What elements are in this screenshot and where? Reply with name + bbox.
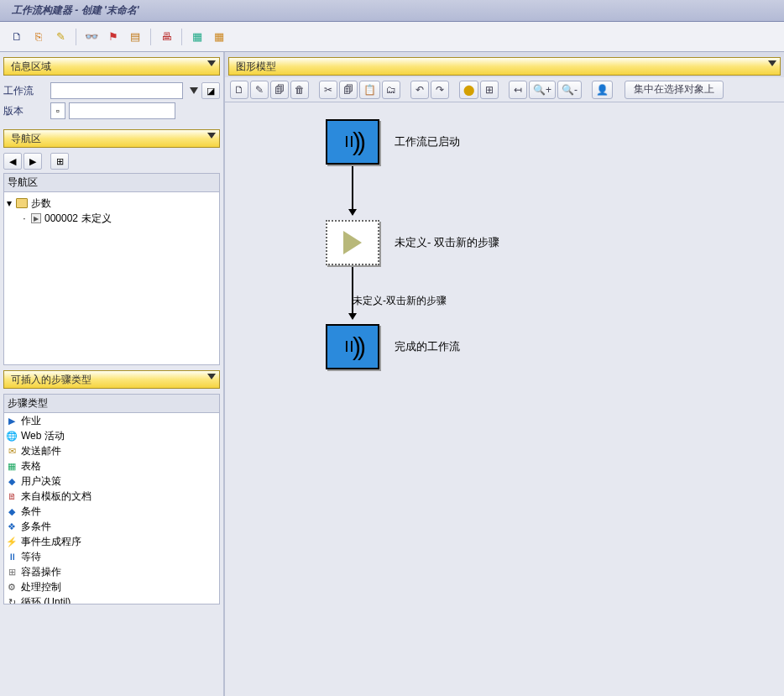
steptype-label: 等待 bbox=[21, 550, 41, 564]
steptype-item[interactable]: ▶作业 bbox=[4, 413, 219, 428]
arrow-down-icon bbox=[352, 267, 353, 319]
nav-panel-title: 导航区 bbox=[11, 132, 41, 146]
tree-root-row[interactable]: ▾ 步数 bbox=[6, 196, 217, 211]
steptype-icon: ◆ bbox=[6, 475, 18, 487]
collapse-icon[interactable] bbox=[768, 60, 776, 66]
steptypes-column-header: 步骤类型 bbox=[3, 394, 220, 413]
wand-icon[interactable]: ✎ bbox=[50, 27, 71, 47]
steptype-item[interactable]: ⚙处理控制 bbox=[4, 579, 219, 594]
steptype-icon: ⊞ bbox=[6, 566, 18, 578]
info-panel-title: 信息区域 bbox=[11, 60, 51, 74]
glasses-icon[interactable]: 👓 bbox=[81, 27, 102, 47]
nav-tree[interactable]: ▾ 步数 · ▶ 000002 未定义 bbox=[3, 192, 220, 365]
new-icon[interactable]: 🗋 bbox=[7, 27, 27, 47]
steptype-label: Web 活动 bbox=[21, 429, 65, 443]
sound-icon: ᱿)) bbox=[342, 332, 363, 361]
steptypes-panel-header[interactable]: 可插入的步骤类型 bbox=[3, 370, 220, 389]
steptype-item[interactable]: 🗎来自模板的文档 bbox=[4, 489, 219, 504]
print-icon[interactable]: 🖶 bbox=[156, 27, 176, 47]
clip-button[interactable]: 🗂 bbox=[382, 81, 400, 99]
steptype-item[interactable]: ❖多条件 bbox=[4, 519, 219, 534]
window-title: 工作流构建器 - 创建 '末命名' bbox=[12, 3, 139, 18]
cut-button[interactable]: ✂ bbox=[319, 81, 337, 99]
steptype-label: 循环 (Until) bbox=[21, 595, 71, 605]
steptypes-list[interactable]: ▶作业🌐Web 活动✉发送邮件▦表格◆用户决策🗎来自模板的文档◆条件❖多条件⚡事… bbox=[3, 413, 220, 604]
steptype-item[interactable]: ⏸等待 bbox=[4, 549, 219, 564]
steptypes-panel-title: 可插入的步骤类型 bbox=[11, 373, 91, 387]
flag-icon[interactable]: ⚑ bbox=[103, 27, 123, 47]
undefined-node[interactable]: 未定义- 双击新的步骤 bbox=[326, 220, 499, 265]
mode-button[interactable]: ⬤ bbox=[459, 81, 478, 99]
paste-button[interactable]: 📋 bbox=[359, 81, 380, 99]
nav-tree-button[interactable]: ⊞ bbox=[50, 153, 69, 170]
workflow-lookup-button[interactable]: ◪ bbox=[201, 82, 220, 99]
layout-button[interactable]: ⊞ bbox=[480, 81, 499, 99]
steptype-label: 发送邮件 bbox=[21, 444, 61, 458]
steptype-item[interactable]: ↻循环 (Until) bbox=[4, 594, 219, 604]
steptype-item[interactable]: 🌐Web 活动 bbox=[4, 428, 219, 443]
nav-back-button[interactable]: ◀ bbox=[3, 153, 22, 170]
steptype-label: 事件生成程序 bbox=[21, 535, 81, 549]
copy-button[interactable]: 🗐 bbox=[339, 81, 358, 99]
tree-caret-icon[interactable]: ▾ bbox=[6, 197, 13, 209]
workflow-input[interactable] bbox=[50, 82, 183, 99]
align-button[interactable]: ↤ bbox=[509, 81, 527, 99]
workflow-canvas[interactable]: ᱿)) 工作流已启动 未定义- 双击新的步骤 未定义-双击新的步骤 ᱿)) 完成… bbox=[225, 102, 784, 696]
version-input[interactable] bbox=[69, 102, 175, 119]
user-button[interactable]: 👤 bbox=[592, 81, 613, 99]
steptype-item[interactable]: ▦表格 bbox=[4, 458, 219, 474]
redo-button[interactable]: ↷ bbox=[431, 81, 449, 99]
steptype-label: 容器操作 bbox=[21, 565, 61, 579]
arrow-down-icon bbox=[352, 166, 353, 215]
props-icon[interactable]: ▤ bbox=[125, 27, 145, 47]
new-node-button[interactable]: 🗋 bbox=[230, 81, 248, 99]
focus-selection-label: 集中在选择对象上 bbox=[634, 82, 714, 97]
start-node-box[interactable]: ᱿)) bbox=[326, 119, 379, 165]
sound-icon: ᱿)) bbox=[342, 128, 363, 156]
zoom-in-button[interactable]: 🔍+ bbox=[529, 81, 556, 99]
nav-panel-header[interactable]: 导航区 bbox=[3, 129, 220, 148]
tree-leaf-text: 未定义 bbox=[81, 212, 112, 226]
grid-icon[interactable]: ▦ bbox=[187, 27, 207, 47]
start-node[interactable]: ᱿)) 工作流已启动 bbox=[326, 119, 460, 165]
steptype-label: 用户决策 bbox=[21, 474, 61, 489]
step-icon: ▶ bbox=[31, 213, 41, 223]
info-panel-header[interactable]: 信息区域 bbox=[3, 57, 220, 76]
collapse-icon[interactable] bbox=[207, 374, 216, 379]
workflow-label: 工作流 bbox=[3, 84, 47, 98]
steptype-item[interactable]: ◆用户决策 bbox=[4, 474, 219, 489]
end-node-label: 完成的工作流 bbox=[395, 339, 460, 354]
dropdown-icon[interactable] bbox=[190, 87, 198, 94]
start-node-label: 工作流已启动 bbox=[395, 134, 460, 149]
steptype-label: 表格 bbox=[21, 459, 41, 474]
steptype-label: 作业 bbox=[21, 414, 41, 428]
properties-button[interactable]: 🗐 bbox=[270, 81, 289, 99]
version-checkbox[interactable]: ▫ bbox=[50, 102, 65, 119]
steptype-icon: ❖ bbox=[6, 521, 18, 532]
steptype-item[interactable]: ⚡事件生成程序 bbox=[4, 534, 219, 549]
tree-leaf-row[interactable]: · ▶ 000002 未定义 bbox=[6, 211, 217, 226]
steptype-item[interactable]: ⊞容器操作 bbox=[4, 564, 219, 579]
collapse-icon[interactable] bbox=[207, 60, 216, 66]
nav-fwd-button[interactable]: ▶ bbox=[24, 153, 42, 170]
end-node[interactable]: ᱿)) 完成的工作流 bbox=[326, 324, 460, 369]
steptype-icon: 🗎 bbox=[6, 490, 18, 502]
graph-panel-header[interactable]: 图形模型 bbox=[228, 57, 781, 76]
steptype-item[interactable]: ◆条件 bbox=[4, 504, 219, 519]
main-toolbar: 🗋 ⎘ ✎ 👓 ⚑ ▤ 🖶 ▦ ▦ bbox=[0, 22, 784, 52]
steptype-item[interactable]: ✉发送邮件 bbox=[4, 443, 219, 458]
graph-panel-title: 图形模型 bbox=[236, 60, 276, 74]
grid2-icon[interactable]: ▦ bbox=[209, 27, 229, 47]
collapse-icon[interactable] bbox=[207, 133, 216, 139]
delete-button[interactable]: 🗑 bbox=[290, 81, 309, 99]
tree-leaf-id: 000002 bbox=[44, 212, 78, 224]
title-bar: 工作流构建器 - 创建 '末命名' bbox=[0, 0, 784, 22]
play-icon bbox=[343, 231, 362, 254]
focus-selection-button[interactable]: 集中在选择对象上 bbox=[625, 81, 724, 99]
end-node-box[interactable]: ᱿)) bbox=[326, 324, 379, 369]
undefined-node-box[interactable] bbox=[326, 220, 379, 265]
undo-button[interactable]: ↶ bbox=[410, 81, 429, 99]
edit-button[interactable]: ✎ bbox=[250, 81, 269, 99]
copy-icon[interactable]: ⎘ bbox=[29, 27, 49, 47]
zoom-out-button[interactable]: 🔍- bbox=[557, 81, 582, 99]
